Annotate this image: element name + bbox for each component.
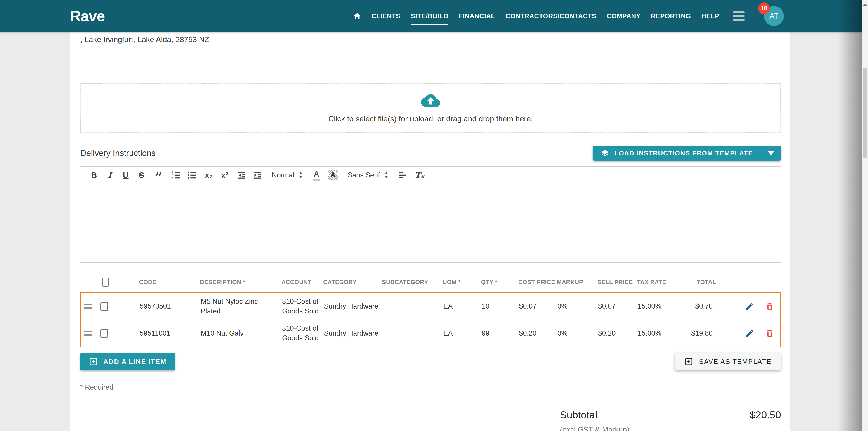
paragraph-style-select[interactable]: Normal	[270, 171, 304, 179]
cell-tax-rate: 15.00%	[638, 329, 677, 338]
text-color-button[interactable]: A	[312, 169, 321, 182]
delete-row-button[interactable]	[765, 302, 774, 311]
align-icon[interactable]	[398, 169, 407, 182]
select-all-checkbox[interactable]	[102, 278, 110, 286]
template-dropdown-toggle[interactable]	[761, 146, 781, 161]
cell-cost-price: $0.07	[519, 302, 557, 311]
svg-text:3: 3	[172, 176, 173, 179]
nav-financial[interactable]: FINANCIAL	[459, 12, 495, 20]
trash-icon	[765, 329, 774, 338]
col-header-category: CATEGORY	[323, 279, 382, 286]
cell-description: M10 Nut Galv	[201, 329, 282, 338]
col-header-subcategory: SUBCATEGORY	[382, 279, 442, 286]
add-line-item-button[interactable]: ADD A LINE ITEM	[80, 353, 175, 370]
delivery-instructions-header: Delivery Instructions LOAD INSTRUCTIONS …	[80, 146, 781, 161]
font-select[interactable]: Sans Serif	[346, 171, 390, 179]
cell-cost-price: $0.20	[519, 329, 557, 338]
subscript-button[interactable]: x₂	[204, 169, 213, 182]
scrollbar-thumb[interactable]	[863, 68, 867, 158]
delete-row-button[interactable]	[765, 329, 774, 338]
edge-shadow	[838, 0, 862, 431]
file-upload-dropzone[interactable]: Click to select file(s) for upload, or d…	[80, 83, 781, 133]
drag-handle-icon[interactable]	[84, 304, 92, 309]
cell-total: $0.70	[677, 302, 717, 311]
indent-icon[interactable]	[253, 169, 262, 182]
subtotal-value: $20.50	[750, 409, 781, 421]
editor-area[interactable]	[81, 184, 781, 263]
cell-code: 59570501	[117, 302, 201, 311]
select-arrows-icon	[299, 172, 303, 178]
cell-qty: 99	[482, 329, 519, 338]
ordered-list-icon[interactable]: 123	[171, 169, 180, 182]
italic-button[interactable]: I	[105, 169, 114, 182]
nav-contractors-contacts[interactable]: CONTRACTORS/CONTACTS	[505, 12, 596, 20]
site-address: , Lake Irvingfurt, Lake Alda, 28753 NZ	[80, 34, 781, 45]
nav-help[interactable]: HELP	[702, 12, 719, 20]
col-header-tax-rate: TAX RATE	[637, 279, 676, 286]
add-line-item-label: ADD A LINE ITEM	[103, 358, 166, 366]
col-header-sell-price: SELL PRICE	[597, 279, 637, 286]
table-row: 59570501 M5 Nut Nyloc Zinc Plated 310-Co…	[81, 293, 780, 320]
cell-tax-rate: 15.00%	[638, 302, 677, 311]
required-note: * Required	[80, 383, 781, 392]
vertical-scrollbar[interactable]	[862, 0, 868, 431]
blockquote-button[interactable]: ”	[154, 169, 163, 182]
col-header-uom: UOM *	[442, 279, 481, 286]
edit-row-button[interactable]	[745, 302, 754, 311]
bullet-list-icon[interactable]	[187, 169, 196, 182]
pencil-icon	[745, 302, 754, 311]
notification-badge: 18	[758, 2, 770, 14]
subtotal-label: Subtotal	[560, 409, 597, 421]
cloud-upload-icon	[421, 93, 440, 109]
nav-clients[interactable]: CLIENTS	[372, 12, 401, 20]
outdent-icon[interactable]	[237, 169, 246, 182]
cell-uom: EA	[443, 302, 482, 311]
hamburger-menu-icon[interactable]	[733, 11, 745, 21]
cell-total: $19.80	[677, 329, 717, 338]
nav-company[interactable]: COMPANY	[607, 12, 641, 20]
save-as-template-label: SAVE AS TEMPLATE	[699, 358, 772, 366]
underline-button[interactable]: U	[121, 169, 130, 182]
page: Rave CLIENTS SITE/BUILD FINANCIAL CONTRA…	[0, 0, 868, 431]
editor-toolbar: B I U S ” 123 x₂	[81, 166, 781, 184]
cell-uom: EA	[443, 329, 482, 338]
col-header-code: CODE	[116, 279, 200, 286]
upload-instructions: Click to select file(s) for upload, or d…	[328, 114, 533, 123]
totals-block: Subtotal $20.50 (excl GST & Markup)	[560, 409, 781, 431]
font-select-value: Sans Serif	[348, 171, 380, 179]
table-row: 59511001 M10 Nut Galv 310-Cost of Goods …	[81, 320, 780, 347]
app-logo[interactable]: Rave	[70, 7, 105, 25]
subtotal-note: (excl GST & Markup)	[560, 425, 781, 431]
background-color-button[interactable]: A	[328, 169, 338, 182]
load-template-label: LOAD INSTRUCTIONS FROM TEMPLATE	[614, 150, 753, 157]
superscript-button[interactable]: x²	[220, 169, 229, 182]
strikethrough-button[interactable]: S	[137, 169, 146, 182]
load-instructions-from-template-button[interactable]: LOAD INSTRUCTIONS FROM TEMPLATE	[593, 146, 781, 161]
row-checkbox[interactable]	[100, 329, 108, 338]
home-icon[interactable]	[353, 12, 361, 20]
nav-reporting[interactable]: REPORTING	[651, 12, 691, 20]
cell-markup: 0%	[557, 329, 598, 338]
pencil-icon	[745, 329, 754, 338]
drag-handle-icon[interactable]	[84, 331, 92, 336]
bold-button[interactable]: B	[90, 169, 98, 182]
clear-formatting-button[interactable]: Tₓ	[415, 169, 425, 182]
scroll-up-icon[interactable]	[863, 4, 867, 6]
row-checkbox[interactable]	[100, 302, 108, 311]
col-header-description: DESCRIPTION *	[200, 279, 281, 286]
chevron-down-icon	[768, 151, 774, 155]
cell-code: 59511001	[117, 329, 201, 338]
content-card: , Lake Irvingfurt, Lake Alda, 28753 NZ C…	[70, 32, 790, 431]
table-actions-row: ADD A LINE ITEM SAVE AS TEMPLATE	[80, 353, 781, 370]
plus-box-icon	[684, 357, 693, 366]
nav-site-build[interactable]: SITE/BUILD	[411, 12, 448, 20]
delivery-instructions-title: Delivery Instructions	[80, 149, 156, 158]
select-arrows-icon	[384, 172, 388, 178]
edit-row-button[interactable]	[745, 329, 754, 338]
cell-sell-price: $0.07	[598, 302, 638, 311]
save-as-template-button[interactable]: SAVE AS TEMPLATE	[675, 353, 781, 370]
cell-category: Sundry Hardware	[324, 329, 383, 338]
user-menu[interactable]: AT 18	[764, 6, 784, 26]
cell-account: 310-Cost of Goods Sold	[282, 324, 324, 343]
col-header-markup: MARKUP	[557, 279, 597, 286]
